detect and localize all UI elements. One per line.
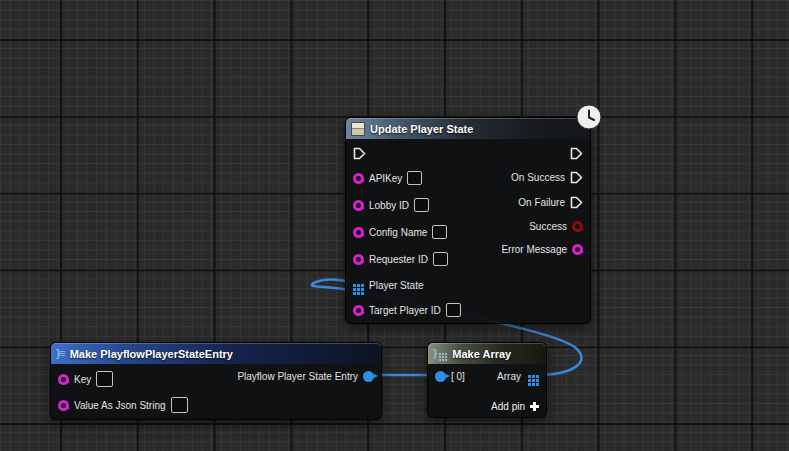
pin-label: Playflow Player State Entry	[237, 371, 358, 382]
apikey-field[interactable]	[407, 171, 422, 185]
blueprint-canvas[interactable]: Update Player State APIKey Lobby ID Conf…	[0, 0, 789, 451]
config-name-field[interactable]	[432, 225, 447, 239]
config-name-pin[interactable]	[353, 227, 364, 238]
pin-label: Error Message	[501, 244, 567, 255]
target-player-id-field[interactable]	[446, 303, 461, 317]
node-title: Make PlayflowPlayerStateEntry	[70, 348, 233, 360]
node-make-playflow-player-state-entry[interactable]: }≡ Make PlayflowPlayerStateEntry Key Val…	[50, 342, 382, 420]
node-header[interactable]: }≡ Make PlayflowPlayerStateEntry	[51, 343, 381, 364]
requester-id-pin[interactable]	[353, 254, 364, 265]
pin-label: On Failure	[518, 197, 565, 208]
pin-row-playflow-player-state-entry: Playflow Player State Entry	[237, 368, 374, 384]
pin-row-value-as-json-string: Value As Json String	[58, 397, 188, 413]
pin-label: Lobby ID	[369, 200, 409, 211]
pin-label: Player State	[369, 280, 423, 291]
array-output-pin[interactable]	[528, 375, 531, 378]
apikey-pin[interactable]	[353, 173, 364, 184]
pin-row-success: Success	[529, 218, 583, 234]
grid-glyph	[439, 353, 441, 355]
exec-in-pin[interactable]	[353, 147, 366, 160]
node-update-player-state[interactable]: Update Player State APIKey Lobby ID Conf…	[345, 117, 591, 324]
playflow-player-state-entry-pin[interactable]	[363, 371, 374, 382]
node-title: Make Array	[452, 348, 511, 360]
requester-id-field[interactable]	[433, 252, 448, 266]
key-pin[interactable]	[58, 374, 69, 385]
make-array-icon: }	[433, 348, 447, 359]
brace-glyph: }	[433, 348, 437, 359]
on-failure-exec-pin[interactable]	[570, 196, 583, 209]
pin-label: Success	[529, 221, 567, 232]
pin-row-apikey: APIKey	[353, 170, 422, 186]
success-pin[interactable]	[572, 221, 583, 232]
pin-row-config-name: Config Name	[353, 224, 447, 240]
node-header[interactable]: Update Player State	[346, 118, 590, 139]
player-state-array-pin[interactable]	[353, 284, 356, 287]
pin-row-array-output: Array	[497, 368, 539, 384]
lobby-id-pin[interactable]	[353, 200, 364, 211]
pin-row-requester-id: Requester ID	[353, 251, 448, 267]
array-element-0-pin[interactable]	[435, 371, 446, 382]
error-message-pin[interactable]	[572, 244, 583, 255]
pin-label: Array	[497, 371, 521, 382]
pin-label: On Success	[511, 172, 565, 183]
target-player-id-pin[interactable]	[353, 305, 364, 316]
make-struct-icon: }≡	[56, 348, 65, 359]
pin-row-on-success: On Success	[511, 169, 583, 185]
value-as-json-string-field[interactable]	[171, 397, 188, 413]
pin-row-player-state: Player State	[353, 277, 423, 293]
key-field[interactable]	[96, 371, 113, 387]
pin-row-on-failure: On Failure	[518, 194, 583, 210]
clock-icon	[576, 104, 602, 130]
value-as-json-string-pin[interactable]	[58, 400, 69, 411]
node-make-array[interactable]: } Make Array [ 0] Array Add pin	[427, 342, 547, 418]
function-icon	[351, 122, 365, 136]
pin-label: Value As Json String	[74, 400, 166, 411]
exec-in-row	[353, 145, 366, 161]
on-success-exec-pin[interactable]	[570, 171, 583, 184]
pin-label: Requester ID	[369, 254, 428, 265]
pin-label: Key	[74, 374, 91, 385]
pin-row-error-message: Error Message	[501, 241, 583, 257]
node-title: Update Player State	[370, 123, 473, 135]
lobby-id-field[interactable]	[414, 198, 429, 212]
pin-label: [ 0]	[451, 371, 465, 382]
add-pin-label[interactable]: Add pin	[491, 401, 525, 412]
exec-out-pin[interactable]	[570, 147, 583, 160]
pin-label: APIKey	[369, 173, 402, 184]
exec-out-row	[570, 145, 583, 161]
pin-row-target-player-id: Target Player ID	[353, 302, 461, 318]
pin-row-array-element-0: [ 0]	[435, 368, 465, 384]
pin-row-key: Key	[58, 371, 113, 387]
pin-label: Target Player ID	[369, 305, 441, 316]
node-header[interactable]: } Make Array	[428, 343, 546, 364]
plus-icon[interactable]	[530, 402, 539, 411]
add-pin-row[interactable]: Add pin	[491, 398, 539, 414]
pin-label: Config Name	[369, 227, 427, 238]
pin-row-lobby-id: Lobby ID	[353, 197, 429, 213]
